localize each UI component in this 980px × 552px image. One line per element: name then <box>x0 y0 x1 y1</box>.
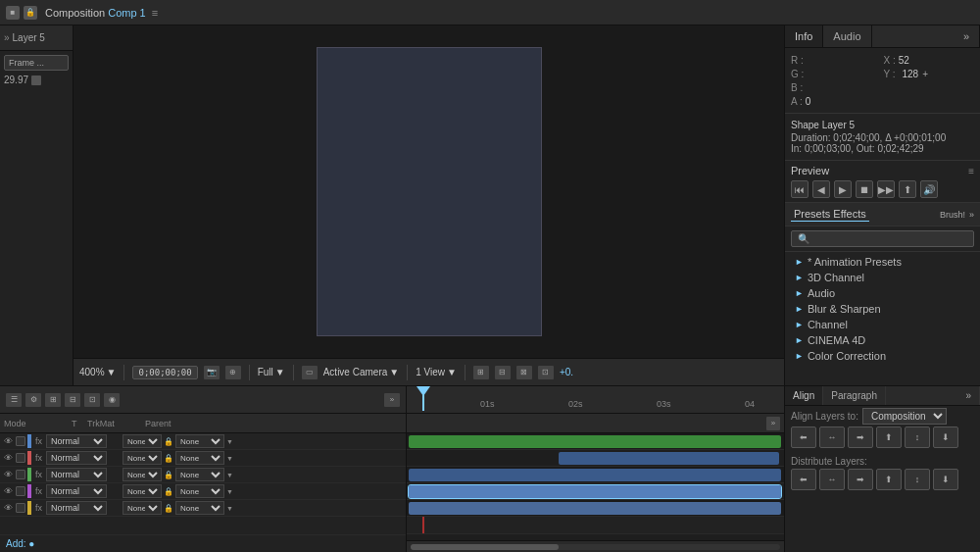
layer-solo[interactable] <box>16 486 25 496</box>
mode-select[interactable]: Normal <box>46 501 107 515</box>
align-top-btn[interactable]: ⬆ <box>876 427 902 448</box>
lock-icon[interactable]: 🔒 <box>164 503 173 513</box>
tab-info[interactable]: Info <box>785 25 823 47</box>
tl-icon-4[interactable]: ⊟ <box>65 393 80 407</box>
lock-icon[interactable]: 🔒 <box>164 486 173 496</box>
export-btn[interactable]: ⬆ <box>899 180 916 198</box>
frame-button[interactable]: Frame ... <box>4 55 69 71</box>
view-dropdown[interactable]: 1 View ▼ <box>416 367 457 377</box>
scrollbar-thumb[interactable] <box>411 544 559 550</box>
tab-presets-effects[interactable]: Presets Effects <box>791 207 869 222</box>
tl-right-expand[interactable]: » <box>766 417 780 430</box>
tl-icon-6[interactable]: ◉ <box>104 393 120 407</box>
effects-expand[interactable]: » <box>969 210 974 220</box>
tl-icon-1[interactable]: ☰ <box>6 393 22 407</box>
first-frame-btn[interactable]: ⏮ <box>791 180 808 198</box>
dist-hcenter-btn[interactable]: ↔ <box>819 469 845 490</box>
layer-solo[interactable] <box>16 436 25 446</box>
trkmat-select[interactable]: None <box>122 451 162 465</box>
trkmat-select[interactable]: None <box>122 434 162 448</box>
zoom-dropdown[interactable]: 400% ▼ <box>79 367 116 377</box>
mode-select[interactable]: Normal <box>46 434 107 448</box>
quality-dropdown[interactable]: Full ▼ <box>258 367 285 377</box>
dist-left-btn[interactable]: ⬅ <box>791 469 816 490</box>
pixels-icon[interactable]: ⊠ <box>516 366 532 379</box>
track-bar[interactable] <box>409 469 781 481</box>
align-vcenter-btn[interactable]: ↕ <box>905 427 930 448</box>
close-icon[interactable]: ■ <box>6 6 20 20</box>
fit-icon[interactable]: ⊞ <box>473 366 489 379</box>
collapse-arrow[interactable]: » <box>4 32 10 43</box>
list-item[interactable]: ► Audio <box>785 285 980 301</box>
list-item[interactable]: ► 3D Channel <box>785 270 980 285</box>
dist-top-btn[interactable]: ⬆ <box>876 469 902 490</box>
play-btn[interactable]: ▶ <box>834 180 852 198</box>
dist-right-btn[interactable]: ➡ <box>848 469 873 490</box>
prev-frame-btn[interactable]: ◀ <box>812 180 830 198</box>
vis-icon[interactable]: 👁 <box>2 469 14 480</box>
parent-select[interactable]: None <box>175 434 224 448</box>
trkmat-select[interactable]: None <box>122 468 162 481</box>
align-expand[interactable]: » <box>957 386 980 405</box>
lock-icon[interactable]: 🔒 <box>164 436 173 446</box>
stop-btn[interactable]: ⏹ <box>856 180 873 198</box>
layer-solo[interactable] <box>16 453 25 463</box>
tl-icon-2[interactable]: ⚙ <box>25 393 41 407</box>
parent-select[interactable]: None <box>175 451 224 465</box>
grid-icon[interactable]: ⊟ <box>495 366 511 379</box>
align-left-btn[interactable]: ⬅ <box>791 427 816 448</box>
mode-select[interactable]: Normal <box>46 468 107 481</box>
dist-bottom-btn[interactable]: ⬇ <box>933 469 958 490</box>
trkmat-select[interactable]: None <box>122 484 162 498</box>
tl-expand-icon[interactable]: » <box>384 393 400 407</box>
brush-tab[interactable]: Brush! <box>940 210 965 220</box>
vis-icon[interactable]: 👁 <box>2 435 14 447</box>
tl-icon-5[interactable]: ⊡ <box>84 393 100 407</box>
search-input[interactable] <box>791 230 974 247</box>
parent-select[interactable]: None <box>175 484 224 498</box>
layer-solo[interactable] <box>16 470 25 479</box>
add-button[interactable]: Add: ● <box>6 538 34 549</box>
track-bar[interactable] <box>409 485 781 498</box>
render-icon[interactable]: ⊡ <box>538 366 554 379</box>
align-bottom-btn[interactable]: ⬇ <box>933 427 958 448</box>
next-frame-btn[interactable]: ▶▶ <box>877 180 895 198</box>
mode-select[interactable]: Normal <box>46 484 107 498</box>
list-item[interactable]: ► Color Correction <box>785 348 980 364</box>
parent-select[interactable]: None <box>175 501 224 515</box>
list-item[interactable]: ► CINEMA 4D <box>785 332 980 348</box>
timecode-btn[interactable]: 0;00;00;00 <box>132 366 197 379</box>
tab-align[interactable]: Align <box>785 386 823 405</box>
lock-icon[interactable]: 🔒 <box>164 470 173 479</box>
track-bar[interactable] <box>559 452 779 465</box>
tab-paragraph[interactable]: Paragraph <box>823 386 886 405</box>
tab-expand[interactable]: » <box>954 25 980 47</box>
layer-solo[interactable] <box>16 503 25 513</box>
align-to-dropdown[interactable]: Composition <box>862 408 947 425</box>
tl-icon-3[interactable]: ⊞ <box>45 393 61 407</box>
menu-icon[interactable]: ≡ <box>152 7 158 19</box>
audio-btn[interactable]: 🔊 <box>920 180 938 198</box>
parent-select[interactable]: None <box>175 468 224 481</box>
vis-icon[interactable]: 👁 <box>2 502 14 514</box>
lock-icon[interactable]: 🔒 <box>24 6 37 20</box>
dist-vcenter-btn[interactable]: ↕ <box>905 469 930 490</box>
tab-audio[interactable]: Audio <box>823 25 871 47</box>
camera-icon[interactable]: 📷 <box>204 366 220 379</box>
target-icon[interactable]: ⊕ <box>225 366 241 379</box>
trkmat-select[interactable]: None <box>122 501 162 515</box>
playhead[interactable] <box>422 386 424 411</box>
camera-view-dropdown[interactable]: Active Camera ▼ <box>323 367 399 377</box>
scrollbar-track[interactable] <box>411 544 780 550</box>
list-item[interactable]: ► Blur & Sharpen <box>785 301 980 317</box>
align-hcenter-btn[interactable]: ↔ <box>819 427 845 448</box>
list-item[interactable]: ► Channel <box>785 317 980 332</box>
preview-menu[interactable]: ≡ <box>968 166 974 176</box>
align-right-btn[interactable]: ➡ <box>848 427 873 448</box>
track-bar[interactable] <box>409 502 781 515</box>
lock-icon[interactable]: 🔒 <box>164 453 173 463</box>
region-icon[interactable]: ▭ <box>302 366 318 379</box>
vis-icon[interactable]: 👁 <box>2 452 14 464</box>
list-item[interactable]: ► * Animation Presets <box>785 254 980 270</box>
track-bar[interactable] <box>409 435 781 448</box>
